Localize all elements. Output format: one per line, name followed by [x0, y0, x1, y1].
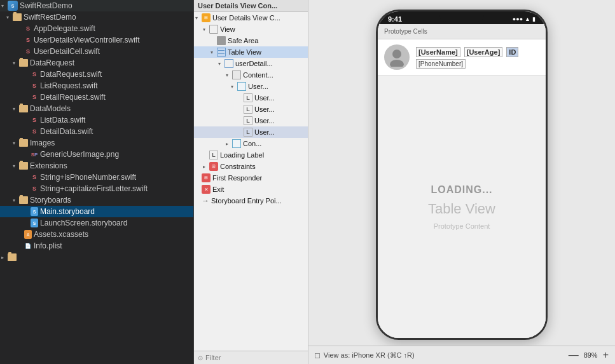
exit-icon: ✕: [202, 185, 211, 194]
scene-header-title: User Details View Con...: [198, 2, 277, 10]
vc-icon: ⊞: [202, 13, 211, 22]
tree-item-label: SwiftRestDemo: [20, 1, 73, 10]
scene-tableview[interactable]: Table View: [194, 46, 308, 58]
tree-item-label: AppDelegate.swift: [34, 24, 95, 33]
scene-item-label: Table View: [228, 48, 261, 56]
scene-item-label: User...: [254, 128, 275, 136]
tree-item-label: GenericUserImage.png: [40, 150, 119, 159]
chevron-icon: [13, 198, 19, 203]
tree-item-label: SwiftRestDemo: [24, 13, 76, 22]
scene-entry-point[interactable]: → Storyboard Entry Poi...: [194, 195, 308, 206]
label-icon: [209, 151, 218, 159]
chevron-icon: [226, 141, 232, 147]
scene-exit[interactable]: ✕ Exit: [194, 184, 308, 195]
tree-file-appdelegate[interactable]: AppDelegate.swift: [0, 23, 193, 34]
tree-file-listdata[interactable]: ListData.swift: [0, 114, 193, 126]
scene-item-label: View: [220, 25, 235, 33]
userid-label: ID: [506, 47, 518, 57]
svg-point-0: [392, 50, 401, 58]
label-icon: [244, 93, 252, 102]
scene-item-label: User...: [254, 117, 275, 125]
folder-icon: [19, 196, 28, 204]
tree-folder-swiftrestdemo[interactable]: SwiftRestDemo: [0, 11, 193, 23]
swift-icon: [31, 81, 38, 90]
scene-content[interactable]: Content...: [194, 69, 308, 81]
tree-root-item[interactable]: S SwiftRestDemo: [0, 0, 193, 11]
tree-file-launchscreen[interactable]: S LaunchScreen.storyboard: [0, 217, 193, 229]
tree-file-userdetailcell[interactable]: UserDetailCell.swift: [0, 46, 193, 57]
scene-item-label: User Details View C...: [212, 14, 280, 22]
scene-cv2[interactable]: Con...: [194, 138, 308, 149]
chevron-icon: [1, 3, 8, 9]
chevron-icon: [13, 106, 19, 112]
scene-header: User Details View Con...: [194, 0, 308, 12]
zoom-plus-button[interactable]: +: [603, 349, 609, 361]
chevron-icon: [195, 15, 202, 21]
scene-constraints[interactable]: ⊞ Constraints: [194, 161, 308, 172]
tree-item-label: Main.storyboard: [40, 207, 95, 216]
tree-folder-extensions[interactable]: Extensions: [0, 160, 193, 172]
tree-file-listrequest[interactable]: ListRequest.swift: [0, 80, 193, 91]
tree-folder-storyboards[interactable]: Storyboards: [0, 194, 193, 206]
prototype-cells-header: Prototype Cells: [378, 24, 546, 39]
tree-file-infoplist[interactable]: 📄 Info.plist: [0, 240, 193, 252]
tree-item-label: DetailRequest.swift: [40, 93, 106, 102]
scene-loading-label[interactable]: Loading Label: [194, 149, 308, 161]
chevron-icon: [226, 72, 232, 78]
swift-icon: [31, 127, 38, 136]
scene-item-label: Safe Area: [228, 37, 258, 44]
user-cell-row: [UserName] [UserAge] ID [PhoneNumber]: [378, 39, 546, 76]
tree-file-detailrequest[interactable]: DetailRequest.swift: [0, 91, 193, 103]
tree-item-label: Storyboards: [30, 196, 71, 205]
zoom-minus-button[interactable]: —: [569, 349, 579, 361]
signal-icon: ●●●: [513, 16, 523, 22]
scene-vc[interactable]: ⊞ User Details View C...: [194, 12, 308, 24]
scene-label2[interactable]: User...: [194, 104, 308, 115]
tree-file-mainstoryboard[interactable]: S Main.storyboard: [0, 206, 193, 217]
swift-icon: [24, 24, 32, 33]
chevron-icon: [13, 140, 19, 146]
file-icon: P: [31, 150, 38, 159]
scene-item-label: Storyboard Entry Poi...: [211, 197, 282, 205]
chevron-icon: [203, 164, 209, 170]
tree-file-detaildata[interactable]: DetailData.swift: [0, 126, 193, 137]
scene-safearea[interactable]: Safe Area: [194, 35, 308, 46]
username-label: [UserName]: [416, 47, 460, 57]
tree-item-label: ListRequest.swift: [40, 81, 98, 90]
tree-folder-datamodels[interactable]: DataModels: [0, 103, 193, 114]
zoom-percent-label: 89%: [584, 351, 598, 359]
scene-label3[interactable]: User...: [194, 115, 308, 126]
firstresponder-icon: ⊞: [202, 173, 211, 182]
tree-file-genericuserimage[interactable]: P GenericUserImage.png: [0, 149, 193, 160]
scene-cv1[interactable]: User...: [194, 81, 308, 92]
scene-cell[interactable]: userDetail...: [194, 58, 308, 69]
scene-view[interactable]: View: [194, 24, 308, 35]
chevron-icon: [6, 15, 13, 20]
scene-label1[interactable]: User...: [194, 92, 308, 104]
tree-file-userdetailsvc[interactable]: UserDetailsViewController.swift: [0, 34, 193, 46]
scene-item-label: Content...: [243, 71, 273, 79]
tree-folder-products[interactable]: [0, 252, 193, 263]
chevron-icon: [218, 61, 225, 67]
scene-item-label: Con...: [243, 140, 261, 147]
user-avatar: [384, 44, 410, 70]
filter-input[interactable]: [205, 354, 304, 361]
label-icon: [244, 128, 252, 137]
scene-item-label: First Responder: [212, 174, 262, 182]
label-icon: [244, 105, 252, 114]
scene-label4[interactable]: User...: [194, 126, 308, 138]
scene-first-responder[interactable]: ⊞ First Responder: [194, 172, 308, 184]
tree-file-datarequest[interactable]: DataRequest.swift: [0, 69, 193, 80]
content-icon: [232, 71, 241, 79]
tableview-icon: [217, 48, 226, 57]
tree-folder-images[interactable]: Images: [0, 137, 193, 149]
tree-file-isphonenumber[interactable]: String+isPhoneNumber.swift: [0, 172, 193, 183]
tree-file-capitalizefirstletter[interactable]: String+capitalizeFirstLetter.swift: [0, 183, 193, 194]
status-icons: ●●● ▲ ▮: [513, 16, 536, 22]
tree-file-assets[interactable]: A Assets.xcassets: [0, 229, 193, 240]
tree-item-label: DataRequest: [30, 58, 74, 67]
tree-item-label: LaunchScreen.storyboard: [40, 219, 127, 227]
project-icon: S: [8, 1, 18, 11]
tree-item-label: String+capitalizeFirstLetter.swift: [40, 184, 148, 193]
tree-folder-datarequest[interactable]: DataRequest: [0, 57, 193, 69]
